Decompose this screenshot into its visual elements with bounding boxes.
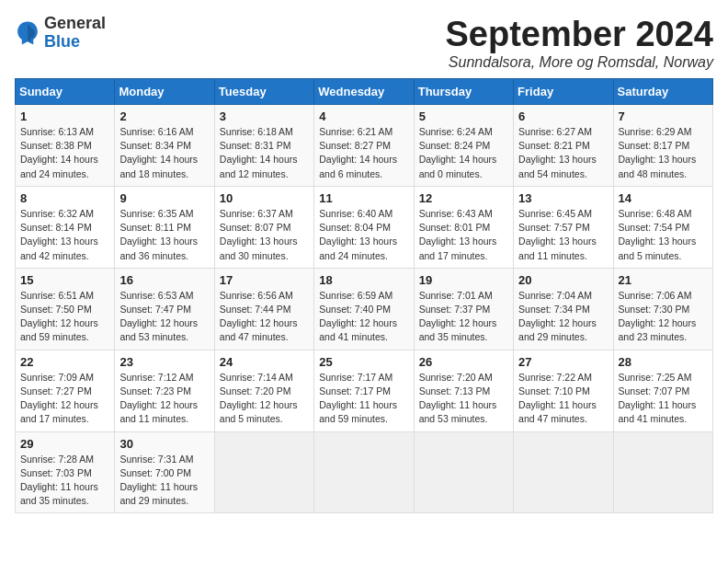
calendar-day-cell: 24Sunrise: 7:14 AM Sunset: 7:20 PM Dayli… [214, 350, 313, 431]
day-info: Sunrise: 6:59 AM Sunset: 7:40 PM Dayligh… [319, 289, 408, 345]
day-info: Sunrise: 6:29 AM Sunset: 8:17 PM Dayligh… [619, 125, 708, 181]
calendar-day-cell: 26Sunrise: 7:20 AM Sunset: 7:13 PM Dayli… [414, 350, 513, 431]
day-number: 18 [319, 273, 408, 287]
weekday-header: Monday [115, 79, 214, 105]
logo-text: General Blue [44, 15, 106, 52]
day-info: Sunrise: 7:22 AM Sunset: 7:10 PM Dayligh… [518, 371, 608, 427]
day-info: Sunrise: 6:45 AM Sunset: 7:57 PM Dayligh… [518, 207, 608, 263]
calendar-day-cell: 1Sunrise: 6:13 AM Sunset: 8:38 PM Daylig… [16, 105, 115, 187]
day-info: Sunrise: 7:31 AM Sunset: 7:00 PM Dayligh… [119, 453, 209, 509]
calendar-day-cell: 10Sunrise: 6:37 AM Sunset: 8:07 PM Dayli… [214, 186, 313, 268]
logo-icon [15, 20, 40, 46]
day-info: Sunrise: 6:13 AM Sunset: 8:38 PM Dayligh… [20, 125, 109, 181]
day-number: 22 [20, 355, 109, 369]
calendar-day-cell: 25Sunrise: 7:17 AM Sunset: 7:17 PM Dayli… [314, 350, 414, 431]
weekday-header: Friday [514, 79, 613, 105]
calendar-week-row: 8Sunrise: 6:32 AM Sunset: 8:14 PM Daylig… [16, 186, 713, 268]
calendar-day-cell: 3Sunrise: 6:18 AM Sunset: 8:31 PM Daylig… [214, 105, 313, 187]
day-number: 1 [20, 109, 109, 123]
calendar-day-cell: 5Sunrise: 6:24 AM Sunset: 8:24 PM Daylig… [414, 105, 513, 187]
day-number: 10 [220, 191, 309, 205]
logo-general-text: General [44, 15, 106, 33]
day-number: 11 [319, 191, 408, 205]
calendar-table: SundayMondayTuesdayWednesdayThursdayFrid… [15, 78, 713, 513]
calendar-day-cell: 20Sunrise: 7:04 AM Sunset: 7:34 PM Dayli… [514, 268, 613, 350]
location-subtitle: Sunndalsora, More og Romsdal, Norway [446, 54, 714, 71]
day-number: 12 [419, 191, 508, 205]
page-header: General Blue September 2024 Sunndalsora,… [15, 15, 713, 71]
calendar-day-cell: 21Sunrise: 7:06 AM Sunset: 7:30 PM Dayli… [613, 268, 712, 350]
day-info: Sunrise: 6:51 AM Sunset: 7:50 PM Dayligh… [20, 289, 109, 345]
day-info: Sunrise: 6:35 AM Sunset: 8:11 PM Dayligh… [119, 207, 209, 263]
day-info: Sunrise: 7:04 AM Sunset: 7:34 PM Dayligh… [518, 289, 608, 345]
day-number: 14 [619, 191, 708, 205]
calendar-week-row: 29Sunrise: 7:28 AM Sunset: 7:03 PM Dayli… [16, 431, 713, 513]
title-area: September 2024 Sunndalsora, More og Roms… [446, 15, 714, 71]
calendar-day-cell: 28Sunrise: 7:25 AM Sunset: 7:07 PM Dayli… [613, 350, 712, 431]
calendar-week-row: 15Sunrise: 6:51 AM Sunset: 7:50 PM Dayli… [16, 268, 713, 350]
day-info: Sunrise: 6:37 AM Sunset: 8:07 PM Dayligh… [220, 207, 309, 263]
day-number: 13 [518, 191, 608, 205]
day-info: Sunrise: 7:01 AM Sunset: 7:37 PM Dayligh… [419, 289, 508, 345]
calendar-day-cell: 8Sunrise: 6:32 AM Sunset: 8:14 PM Daylig… [16, 186, 115, 268]
day-number: 16 [119, 273, 209, 287]
day-number: 23 [119, 355, 209, 369]
calendar-day-cell: 22Sunrise: 7:09 AM Sunset: 7:27 PM Dayli… [16, 350, 115, 431]
weekday-header: Tuesday [214, 79, 313, 105]
day-info: Sunrise: 7:28 AM Sunset: 7:03 PM Dayligh… [20, 453, 109, 509]
calendar-day-cell [514, 431, 613, 513]
calendar-day-cell: 11Sunrise: 6:40 AM Sunset: 8:04 PM Dayli… [314, 186, 414, 268]
day-info: Sunrise: 6:16 AM Sunset: 8:34 PM Dayligh… [119, 125, 209, 181]
calendar-week-row: 1Sunrise: 6:13 AM Sunset: 8:38 PM Daylig… [16, 105, 713, 187]
day-number: 17 [220, 273, 309, 287]
day-info: Sunrise: 6:32 AM Sunset: 8:14 PM Dayligh… [20, 207, 109, 263]
day-number: 25 [319, 355, 408, 369]
weekday-header: Thursday [414, 79, 513, 105]
day-number: 19 [419, 273, 508, 287]
day-number: 3 [220, 109, 309, 123]
weekday-header: Sunday [16, 79, 115, 105]
day-info: Sunrise: 7:06 AM Sunset: 7:30 PM Dayligh… [619, 289, 708, 345]
calendar-day-cell: 2Sunrise: 6:16 AM Sunset: 8:34 PM Daylig… [115, 105, 214, 187]
calendar-day-cell [214, 431, 313, 513]
day-info: Sunrise: 7:25 AM Sunset: 7:07 PM Dayligh… [619, 371, 708, 427]
weekday-header: Wednesday [314, 79, 414, 105]
weekday-header: Saturday [613, 79, 712, 105]
day-number: 29 [20, 437, 109, 451]
calendar-day-cell: 9Sunrise: 6:35 AM Sunset: 8:11 PM Daylig… [115, 186, 214, 268]
calendar-day-cell: 23Sunrise: 7:12 AM Sunset: 7:23 PM Dayli… [115, 350, 214, 431]
day-info: Sunrise: 6:43 AM Sunset: 8:01 PM Dayligh… [419, 207, 508, 263]
day-number: 2 [119, 109, 209, 123]
day-number: 5 [419, 109, 508, 123]
logo-blue-text: Blue [44, 33, 106, 52]
calendar-day-cell: 4Sunrise: 6:21 AM Sunset: 8:27 PM Daylig… [314, 105, 414, 187]
calendar-day-cell: 7Sunrise: 6:29 AM Sunset: 8:17 PM Daylig… [613, 105, 712, 187]
day-number: 9 [119, 191, 209, 205]
calendar-day-cell: 19Sunrise: 7:01 AM Sunset: 7:37 PM Dayli… [414, 268, 513, 350]
day-number: 27 [518, 355, 608, 369]
day-info: Sunrise: 7:12 AM Sunset: 7:23 PM Dayligh… [119, 371, 209, 427]
day-number: 20 [518, 273, 608, 287]
day-info: Sunrise: 7:17 AM Sunset: 7:17 PM Dayligh… [319, 371, 408, 427]
day-info: Sunrise: 6:48 AM Sunset: 7:54 PM Dayligh… [619, 207, 708, 263]
day-info: Sunrise: 6:27 AM Sunset: 8:21 PM Dayligh… [518, 125, 608, 181]
day-info: Sunrise: 6:56 AM Sunset: 7:44 PM Dayligh… [220, 289, 309, 345]
calendar-day-cell: 16Sunrise: 6:53 AM Sunset: 7:47 PM Dayli… [115, 268, 214, 350]
day-number: 15 [20, 273, 109, 287]
day-number: 7 [619, 109, 708, 123]
month-title: September 2024 [446, 15, 714, 54]
day-info: Sunrise: 7:14 AM Sunset: 7:20 PM Dayligh… [220, 371, 309, 427]
calendar-day-cell: 18Sunrise: 6:59 AM Sunset: 7:40 PM Dayli… [314, 268, 414, 350]
calendar-day-cell [314, 431, 414, 513]
calendar-day-cell: 30Sunrise: 7:31 AM Sunset: 7:00 PM Dayli… [115, 431, 214, 513]
calendar-day-cell: 15Sunrise: 6:51 AM Sunset: 7:50 PM Dayli… [16, 268, 115, 350]
day-number: 4 [319, 109, 408, 123]
calendar-week-row: 22Sunrise: 7:09 AM Sunset: 7:27 PM Dayli… [16, 350, 713, 431]
calendar-day-cell [613, 431, 712, 513]
day-info: Sunrise: 7:09 AM Sunset: 7:27 PM Dayligh… [20, 371, 109, 427]
logo: General Blue [15, 15, 106, 52]
day-number: 30 [119, 437, 209, 451]
day-number: 21 [619, 273, 708, 287]
day-number: 8 [20, 191, 109, 205]
day-info: Sunrise: 7:20 AM Sunset: 7:13 PM Dayligh… [419, 371, 508, 427]
